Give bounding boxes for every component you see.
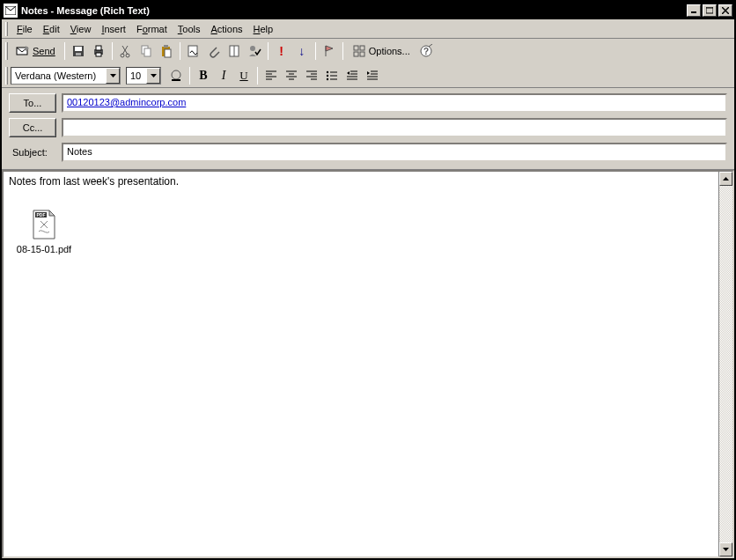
menu-file[interactable]: File [11, 22, 38, 36]
font-size-value: 10 [130, 70, 141, 81]
address-book-button[interactable] [224, 41, 244, 61]
menu-help[interactable]: Help [248, 22, 279, 36]
menu-view[interactable]: View [65, 22, 97, 36]
toolbar-grip[interactable] [5, 42, 8, 60]
envelope-icon [4, 4, 18, 18]
help-icon: ? [419, 44, 433, 58]
vertical-scrollbar[interactable] [718, 172, 732, 556]
print-button[interactable] [89, 41, 108, 61]
options-button[interactable]: Options... [347, 41, 416, 61]
title-bar: Notes - Message (Rich Text) [2, 2, 734, 19]
svg-rect-12 [96, 53, 101, 56]
print-icon [92, 44, 106, 58]
svg-rect-9 [76, 53, 81, 55]
minimize-button[interactable] [687, 4, 701, 17]
subject-label: Subject: [9, 147, 56, 158]
message-header: To... 00120123@admincorp.com Cc... Subje… [2, 88, 734, 170]
to-button[interactable]: To... [9, 93, 56, 113]
font-color-button[interactable] [166, 66, 186, 85]
copy-icon [139, 44, 153, 58]
subject-value: Notes [67, 146, 92, 157]
cc-button[interactable]: Cc... [9, 118, 56, 137]
help-button[interactable]: ? [416, 41, 436, 61]
decrease-indent-icon [345, 69, 359, 83]
chevron-down-icon [146, 68, 160, 84]
importance-high-button[interactable]: ! [272, 41, 291, 61]
save-button[interactable] [69, 41, 88, 61]
check-names-icon [247, 44, 261, 58]
window-title: Notes - Message (Rich Text) [21, 5, 687, 16]
increase-indent-icon [365, 69, 379, 83]
menu-bar: File Edit View Insert Format Tools Actio… [2, 19, 734, 39]
paste-button[interactable] [157, 41, 176, 61]
menu-tools[interactable]: Tools [173, 22, 206, 36]
to-value: 00120123@admincorp.com [67, 97, 186, 107]
svg-point-47 [327, 74, 328, 76]
send-label: Send [33, 46, 55, 56]
flag-icon [322, 44, 336, 58]
underline-icon: U [239, 69, 247, 83]
scroll-track[interactable] [719, 186, 732, 542]
bold-button[interactable]: B [194, 66, 213, 85]
scroll-down-button[interactable] [719, 542, 732, 556]
align-right-button[interactable] [302, 66, 321, 85]
to-field[interactable]: 00120123@admincorp.com [62, 93, 727, 113]
decrease-indent-button[interactable] [342, 66, 362, 85]
menu-actions[interactable]: Actions [205, 22, 247, 36]
font-color-icon [169, 69, 183, 83]
signature-icon [187, 44, 201, 58]
formatting-toolbar: Verdana (Western) 10 B I U [2, 63, 734, 88]
menu-edit[interactable]: Edit [38, 22, 65, 36]
menu-insert[interactable]: Insert [96, 22, 131, 36]
chevron-down-icon [106, 68, 120, 84]
svg-rect-27 [360, 52, 364, 56]
svg-rect-16 [144, 48, 151, 56]
align-left-button[interactable] [261, 66, 281, 85]
book-icon [227, 44, 241, 58]
options-icon [352, 44, 366, 58]
increase-indent-button[interactable] [363, 66, 382, 85]
font-select[interactable]: Verdana (Western) [11, 67, 121, 85]
body-text: Notes from last week's presentation. [9, 175, 713, 188]
italic-button[interactable]: I [214, 66, 233, 85]
send-icon [16, 44, 30, 58]
message-body-area: Notes from last week's presentation. PDF… [2, 170, 734, 558]
cut-button[interactable] [116, 41, 136, 61]
svg-rect-24 [354, 46, 358, 50]
cc-label: Cc... [23, 122, 43, 133]
flag-button[interactable] [320, 41, 339, 61]
save-icon [71, 44, 85, 58]
underline-button[interactable]: U [234, 66, 254, 85]
scroll-up-button[interactable] [719, 172, 732, 186]
align-center-button[interactable] [282, 66, 301, 85]
importance-low-button[interactable]: ↓ [292, 41, 312, 61]
arrow-down-icon: ↓ [298, 44, 305, 58]
signature-button[interactable] [184, 41, 203, 61]
menu-format[interactable]: Format [131, 22, 173, 36]
svg-text:?: ? [423, 47, 429, 56]
send-button[interactable]: Send [11, 41, 61, 61]
svg-rect-11 [96, 46, 101, 50]
cc-field[interactable] [62, 118, 727, 137]
to-label: To... [24, 98, 42, 108]
bullets-button[interactable] [322, 66, 342, 85]
svg-text:PDF: PDF [37, 212, 46, 217]
paste-icon [159, 44, 173, 58]
font-size-select[interactable]: 10 [126, 67, 161, 85]
subject-field[interactable]: Notes [62, 143, 727, 162]
menubar-grip[interactable] [5, 22, 8, 36]
standard-toolbar: Send ! ↓ Options... ? [2, 39, 734, 63]
svg-rect-18 [164, 45, 168, 48]
message-body[interactable]: Notes from last week's presentation. PDF… [4, 172, 718, 556]
attach-button[interactable] [204, 41, 224, 61]
format-toolbar-grip[interactable] [5, 67, 8, 85]
maximize-button[interactable] [703, 4, 717, 17]
svg-rect-32 [172, 79, 180, 81]
bold-icon: B [199, 69, 207, 83]
close-button[interactable] [718, 4, 732, 17]
svg-point-45 [327, 70, 328, 72]
attachment[interactable]: PDF 08-15-01.pdf [9, 209, 79, 254]
copy-button[interactable] [136, 41, 156, 61]
check-names-button[interactable] [245, 41, 264, 61]
pdf-icon: PDF [30, 209, 58, 240]
